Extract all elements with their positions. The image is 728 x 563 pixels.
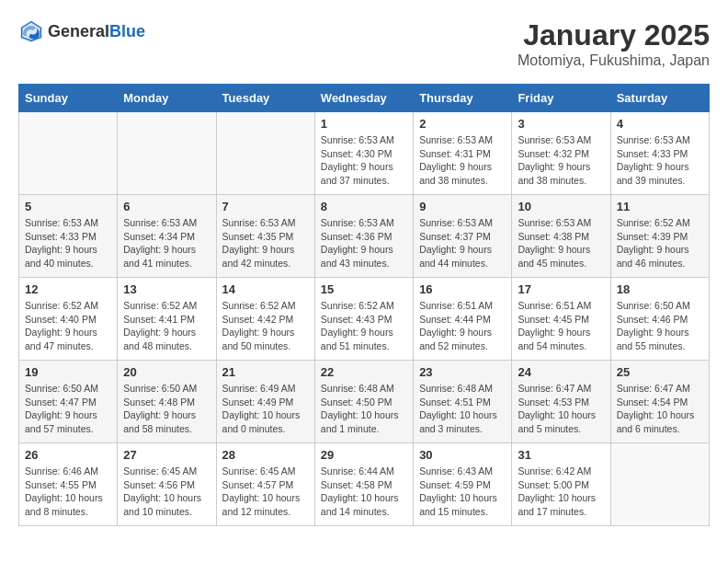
day-number: 30	[419, 448, 506, 462]
calendar-cell: 31Sunrise: 6:42 AM Sunset: 5:00 PM Dayli…	[512, 443, 610, 526]
day-number: 20	[123, 365, 210, 379]
day-info: Sunrise: 6:45 AM Sunset: 4:56 PM Dayligh…	[123, 465, 210, 519]
calendar-cell: 18Sunrise: 6:50 AM Sunset: 4:46 PM Dayli…	[610, 278, 709, 361]
day-number: 19	[25, 365, 111, 379]
page-header: General Blue January 2025 Motomiya, Fuku…	[18, 18, 710, 69]
calendar-header-saturday: Saturday	[610, 85, 709, 112]
day-info: Sunrise: 6:50 AM Sunset: 4:47 PM Dayligh…	[25, 382, 111, 436]
day-info: Sunrise: 6:52 AM Sunset: 4:43 PM Dayligh…	[321, 299, 407, 353]
day-info: Sunrise: 6:49 AM Sunset: 4:49 PM Dayligh…	[222, 382, 309, 436]
location-title: Motomiya, Fukushima, Japan	[518, 52, 710, 69]
calendar-cell: 27Sunrise: 6:45 AM Sunset: 4:56 PM Dayli…	[118, 443, 216, 526]
day-info: Sunrise: 6:53 AM Sunset: 4:30 PM Dayligh…	[321, 133, 407, 188]
calendar-cell: 1Sunrise: 6:53 AM Sunset: 4:30 PM Daylig…	[314, 112, 413, 195]
calendar-week-4: 19Sunrise: 6:50 AM Sunset: 4:47 PM Dayli…	[19, 361, 710, 443]
calendar-cell: 8Sunrise: 6:53 AM Sunset: 4:36 PM Daylig…	[314, 195, 413, 278]
logo-icon	[18, 18, 44, 44]
calendar-cell: 9Sunrise: 6:53 AM Sunset: 4:37 PM Daylig…	[414, 195, 512, 278]
calendar-cell: 28Sunrise: 6:45 AM Sunset: 4:57 PM Dayli…	[216, 443, 314, 526]
day-number: 9	[419, 200, 506, 213]
day-info: Sunrise: 6:47 AM Sunset: 4:54 PM Dayligh…	[617, 382, 703, 436]
calendar-cell: 21Sunrise: 6:49 AM Sunset: 4:49 PM Dayli…	[216, 361, 314, 443]
calendar-cell: 2Sunrise: 6:53 AM Sunset: 4:31 PM Daylig…	[414, 112, 512, 195]
calendar-week-1: 1Sunrise: 6:53 AM Sunset: 4:30 PM Daylig…	[19, 112, 710, 195]
day-number: 17	[518, 282, 604, 296]
day-info: Sunrise: 6:53 AM Sunset: 4:35 PM Dayligh…	[222, 216, 309, 270]
calendar-cell: 19Sunrise: 6:50 AM Sunset: 4:47 PM Dayli…	[19, 361, 118, 443]
day-info: Sunrise: 6:52 AM Sunset: 4:39 PM Dayligh…	[617, 216, 703, 270]
day-number: 3	[518, 117, 604, 131]
day-number: 10	[518, 200, 604, 213]
calendar-cell: 20Sunrise: 6:50 AM Sunset: 4:48 PM Dayli…	[118, 361, 216, 443]
calendar-header-monday: Monday	[118, 85, 216, 112]
calendar-header-tuesday: Tuesday	[216, 85, 314, 112]
day-info: Sunrise: 6:51 AM Sunset: 4:45 PM Dayligh…	[518, 299, 604, 353]
day-number: 1	[321, 117, 407, 131]
calendar-cell: 26Sunrise: 6:46 AM Sunset: 4:55 PM Dayli…	[19, 443, 118, 526]
day-number: 25	[617, 365, 703, 379]
logo-text: General Blue	[48, 23, 145, 40]
day-info: Sunrise: 6:46 AM Sunset: 4:55 PM Dayligh…	[25, 465, 111, 519]
calendar-week-2: 5Sunrise: 6:53 AM Sunset: 4:33 PM Daylig…	[19, 195, 710, 278]
calendar-cell: 23Sunrise: 6:48 AM Sunset: 4:51 PM Dayli…	[414, 361, 512, 443]
day-number: 4	[617, 117, 703, 131]
day-info: Sunrise: 6:52 AM Sunset: 4:41 PM Dayligh…	[123, 299, 210, 353]
logo: General Blue	[18, 18, 145, 44]
calendar-header-wednesday: Wednesday	[314, 85, 413, 112]
calendar-header-friday: Friday	[512, 85, 610, 112]
day-info: Sunrise: 6:53 AM Sunset: 4:33 PM Dayligh…	[25, 216, 111, 270]
calendar-cell: 11Sunrise: 6:52 AM Sunset: 4:39 PM Dayli…	[610, 195, 709, 278]
calendar-cell: 14Sunrise: 6:52 AM Sunset: 4:42 PM Dayli…	[216, 278, 314, 361]
calendar-header-row: SundayMondayTuesdayWednesdayThursdayFrid…	[19, 85, 710, 112]
day-number: 14	[222, 282, 309, 296]
calendar-cell: 5Sunrise: 6:53 AM Sunset: 4:33 PM Daylig…	[19, 195, 118, 278]
calendar-header-sunday: Sunday	[19, 85, 118, 112]
day-number: 24	[518, 365, 604, 379]
calendar-cell: 16Sunrise: 6:51 AM Sunset: 4:44 PM Dayli…	[414, 278, 512, 361]
day-number: 18	[617, 282, 703, 296]
day-info: Sunrise: 6:50 AM Sunset: 4:46 PM Dayligh…	[617, 299, 703, 353]
logo-general: General	[48, 23, 109, 40]
day-info: Sunrise: 6:53 AM Sunset: 4:33 PM Dayligh…	[617, 133, 703, 188]
calendar-cell: 30Sunrise: 6:43 AM Sunset: 4:59 PM Dayli…	[414, 443, 512, 526]
day-number: 16	[419, 282, 506, 296]
day-info: Sunrise: 6:45 AM Sunset: 4:57 PM Dayligh…	[222, 465, 309, 519]
calendar-week-3: 12Sunrise: 6:52 AM Sunset: 4:40 PM Dayli…	[19, 278, 710, 361]
day-info: Sunrise: 6:43 AM Sunset: 4:59 PM Dayligh…	[419, 465, 506, 519]
day-info: Sunrise: 6:51 AM Sunset: 4:44 PM Dayligh…	[419, 299, 506, 353]
day-info: Sunrise: 6:52 AM Sunset: 4:42 PM Dayligh…	[222, 299, 309, 353]
calendar-header-thursday: Thursday	[414, 85, 512, 112]
calendar-cell: 3Sunrise: 6:53 AM Sunset: 4:32 PM Daylig…	[512, 112, 610, 195]
day-info: Sunrise: 6:53 AM Sunset: 4:38 PM Dayligh…	[518, 216, 604, 270]
day-info: Sunrise: 6:44 AM Sunset: 4:58 PM Dayligh…	[321, 465, 407, 519]
month-title: January 2025	[518, 18, 710, 52]
calendar-cell: 17Sunrise: 6:51 AM Sunset: 4:45 PM Dayli…	[512, 278, 610, 361]
day-info: Sunrise: 6:53 AM Sunset: 4:34 PM Dayligh…	[123, 216, 210, 270]
day-number: 11	[617, 200, 703, 213]
day-info: Sunrise: 6:47 AM Sunset: 4:53 PM Dayligh…	[518, 382, 604, 436]
day-number: 29	[321, 448, 407, 462]
calendar-cell: 15Sunrise: 6:52 AM Sunset: 4:43 PM Dayli…	[314, 278, 413, 361]
day-number: 8	[321, 200, 407, 213]
day-info: Sunrise: 6:53 AM Sunset: 4:31 PM Dayligh…	[419, 133, 506, 188]
day-number: 27	[123, 448, 210, 462]
day-info: Sunrise: 6:50 AM Sunset: 4:48 PM Dayligh…	[123, 382, 210, 436]
calendar-cell: 12Sunrise: 6:52 AM Sunset: 4:40 PM Dayli…	[19, 278, 118, 361]
day-number: 23	[419, 365, 506, 379]
day-info: Sunrise: 6:53 AM Sunset: 4:36 PM Dayligh…	[321, 216, 407, 270]
calendar-cell: 7Sunrise: 6:53 AM Sunset: 4:35 PM Daylig…	[216, 195, 314, 278]
title-area: January 2025 Motomiya, Fukushima, Japan	[518, 18, 710, 69]
day-number: 15	[321, 282, 407, 296]
day-number: 2	[419, 117, 506, 131]
calendar-cell	[118, 112, 216, 195]
day-number: 5	[25, 200, 111, 213]
calendar-cell: 22Sunrise: 6:48 AM Sunset: 4:50 PM Dayli…	[314, 361, 413, 443]
calendar-cell	[216, 112, 314, 195]
day-number: 26	[25, 448, 111, 462]
calendar-cell: 10Sunrise: 6:53 AM Sunset: 4:38 PM Dayli…	[512, 195, 610, 278]
calendar-table: SundayMondayTuesdayWednesdayThursdayFrid…	[18, 84, 710, 526]
day-number: 31	[518, 448, 604, 462]
day-number: 21	[222, 365, 309, 379]
day-info: Sunrise: 6:52 AM Sunset: 4:40 PM Dayligh…	[25, 299, 111, 353]
day-info: Sunrise: 6:48 AM Sunset: 4:51 PM Dayligh…	[419, 382, 506, 436]
